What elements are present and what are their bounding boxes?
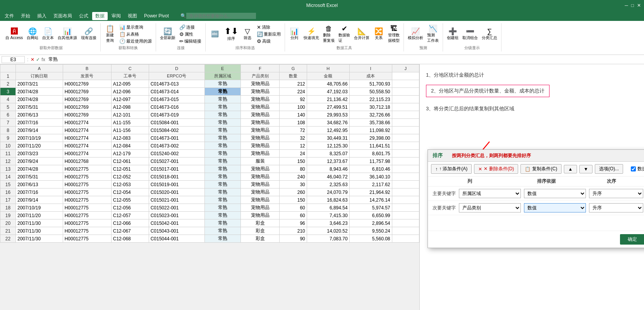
cell-I12[interactable]: 11,757.98: [349, 158, 392, 165]
menu-file[interactable]: 文件: [2, 12, 17, 20]
cell-B14[interactable]: H00012775: [63, 173, 111, 181]
cell-I7[interactable]: 35,738.66: [349, 119, 392, 127]
cell-C8[interactable]: A11-156: [111, 127, 149, 134]
cell-D19[interactable]: C015023-001: [149, 212, 204, 219]
cell-I15[interactable]: 2,117.62: [349, 181, 392, 188]
secondary-sortby-select[interactable]: 数值: [524, 203, 586, 212]
split-col-btn[interactable]: 📊 分列: [287, 27, 301, 41]
cell-G20[interactable]: 96: [280, 219, 307, 227]
cell-C19[interactable]: C12-057: [111, 212, 149, 219]
cell-J14[interactable]: [392, 173, 419, 181]
from-table-btn[interactable]: 📋从表格: [118, 31, 153, 38]
cell-D11[interactable]: C015240-002: [149, 150, 204, 158]
cell-J19[interactable]: [392, 212, 419, 219]
cell-G6[interactable]: 140: [280, 111, 307, 119]
cell-I22[interactable]: 5,560.08: [349, 235, 392, 243]
row-7-header[interactable]: 7: [0, 119, 16, 127]
cancel-formula-icon[interactable]: ✕: [31, 57, 34, 62]
col-A-header[interactable]: A: [16, 65, 63, 72]
menu-data[interactable]: 数据: [92, 12, 108, 20]
cell-F10[interactable]: 宠物用品: [240, 142, 279, 150]
cell-D7[interactable]: C015084-001: [149, 119, 204, 127]
cell-J20[interactable]: [392, 219, 419, 227]
other-sources-btn[interactable]: 📊 自其他来源: [56, 27, 79, 41]
ok-button[interactable]: 确定: [620, 234, 644, 245]
cell-I14[interactable]: 36,140.10: [349, 173, 392, 181]
cell-F18[interactable]: 宠物用品: [240, 204, 279, 212]
row-9-header[interactable]: 9: [0, 134, 16, 142]
access-btn[interactable]: 🅰 自 Access: [4, 27, 24, 41]
cell-B17[interactable]: H00012775: [63, 196, 111, 204]
cell-I17[interactable]: 14,276.14: [349, 196, 392, 204]
cell-E5[interactable]: 常熟: [204, 103, 240, 111]
cell-F20[interactable]: 彩盒: [240, 219, 279, 227]
row-1-header[interactable]: 1: [0, 72, 16, 80]
cell-A22[interactable]: 2007/11/30: [16, 235, 63, 243]
cell-H16[interactable]: 24,070.79: [307, 188, 349, 196]
cell-G16[interactable]: 260: [280, 188, 307, 196]
close-icon[interactable]: ✕: [637, 3, 641, 8]
cell-F5[interactable]: 宠物用品: [240, 103, 279, 111]
confirm-formula-icon[interactable]: ✓: [36, 57, 40, 62]
cell-H10[interactable]: 12,125.30: [307, 142, 349, 150]
cell-H22[interactable]: 7,083.70: [307, 235, 349, 243]
cell-H2[interactable]: 48,705.66: [307, 80, 349, 88]
cell-H21[interactable]: 14,020.52: [307, 227, 349, 235]
cell-J17[interactable]: [392, 196, 419, 204]
cell-A4[interactable]: 2007/4/28: [16, 96, 63, 103]
relationship-btn[interactable]: 🔀 关系: [372, 27, 386, 41]
cell-B7[interactable]: H00012774: [63, 119, 111, 127]
primary-column-select[interactable]: 所属区域: [459, 189, 521, 198]
cell-D4[interactable]: C014673-015: [149, 96, 204, 103]
add-condition-btn[interactable]: ↑ ↑ 添加条件(A): [431, 164, 472, 174]
cell-A15[interactable]: 2007/6/13: [16, 181, 63, 188]
cell-F2[interactable]: 宠物用品: [240, 80, 279, 88]
cell-G11[interactable]: 24: [280, 150, 307, 158]
delete-condition-btn[interactable]: ✕ ✕ 删除条件(D): [474, 164, 518, 174]
cell-G4[interactable]: 92: [280, 96, 307, 103]
consolidate-btn[interactable]: 📐 合并计算: [352, 27, 371, 41]
data-validation-btn[interactable]: ✔ 数据验证: [337, 24, 352, 44]
primary-sortby-select[interactable]: 数值: [524, 189, 586, 198]
cell-F19[interactable]: 宠物用品: [240, 212, 279, 219]
cell-C11[interactable]: A12-179: [111, 150, 149, 158]
properties-btn[interactable]: ⚙属性: [178, 31, 203, 38]
cell-C9[interactable]: A12-083: [111, 134, 149, 142]
cell-J5[interactable]: [392, 103, 419, 111]
col-G-header[interactable]: G: [280, 65, 307, 72]
cell-H13[interactable]: 8,943.46: [307, 165, 349, 173]
cell-A7[interactable]: 2007/7/16: [16, 119, 63, 127]
cell-A2[interactable]: 2007/3/21: [16, 80, 63, 88]
cell-J13[interactable]: [392, 165, 419, 173]
secondary-order-select[interactable]: 升序: [589, 203, 643, 212]
cell-F6[interactable]: 宠物用品: [240, 111, 279, 119]
cell-E20[interactable]: 常熟: [204, 219, 240, 227]
row-19-header[interactable]: 19: [0, 212, 16, 219]
cell-E6[interactable]: 常熟: [204, 111, 240, 119]
cell-B10[interactable]: H00012774: [63, 142, 111, 150]
cell-B12[interactable]: H00012768: [63, 158, 111, 165]
row-20-header[interactable]: 20: [0, 219, 16, 227]
cell-D3[interactable]: C014673-014: [149, 88, 204, 96]
cell-H6[interactable]: 29,993.53: [307, 111, 349, 119]
what-if-btn[interactable]: 📈 模拟分析: [406, 27, 425, 41]
cell-E12[interactable]: 常熟: [204, 158, 240, 165]
col-J-header[interactable]: J: [392, 65, 419, 72]
cell-J9[interactable]: [392, 134, 419, 142]
cell-B20[interactable]: H00012775: [63, 219, 111, 227]
cell-B4[interactable]: H00012769: [63, 96, 111, 103]
header-checkbox-label[interactable]: 数据包含标题(H): [631, 166, 644, 172]
cell-F4[interactable]: 宠物用品: [240, 96, 279, 103]
cell-F8[interactable]: 宠物用品: [240, 127, 279, 134]
row-3-header[interactable]: 3: [0, 88, 16, 96]
col-H-header[interactable]: H: [307, 65, 349, 72]
cell-I18[interactable]: 5,974.57: [349, 204, 392, 212]
cell-C10[interactable]: A12-084: [111, 142, 149, 150]
forecast-sheet-btn[interactable]: 📉 预测工作表: [426, 24, 440, 44]
cell-B16[interactable]: H00012775: [63, 188, 111, 196]
cell-C15[interactable]: C12-053: [111, 181, 149, 188]
cell-G22[interactable]: 90: [280, 235, 307, 243]
row-2-header[interactable]: 2: [0, 80, 16, 88]
cell-A18[interactable]: 2007/10/19: [16, 204, 63, 212]
cell-C16[interactable]: C12-054: [111, 188, 149, 196]
